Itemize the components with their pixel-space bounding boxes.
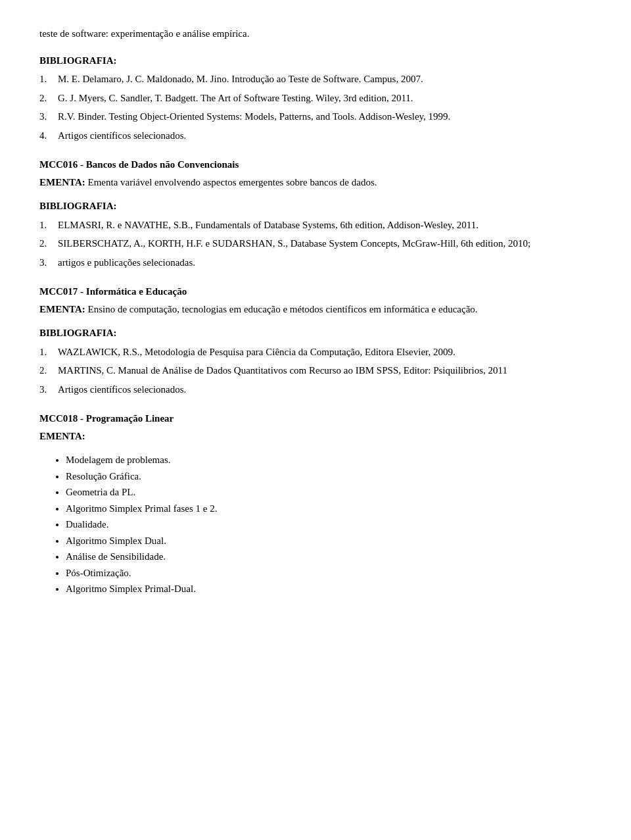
bib-number: 4.: [39, 128, 58, 143]
list-item: 3.Artigos científicos selecionados.: [39, 382, 592, 397]
mcc018-ementa: EMENTA:: [39, 429, 592, 444]
bib-content: Artigos científicos selecionados.: [58, 128, 592, 143]
list-item: 2.G. J. Myers, C. Sandler, T. Badgett. T…: [39, 91, 592, 106]
bib-number: 3.: [39, 382, 58, 397]
bib-number: 3.: [39, 109, 58, 124]
list-item: 4.Artigos científicos selecionados.: [39, 128, 592, 143]
mcc016-bib-list: 1.ELMASRI, R. e NAVATHE, S.B., Fundament…: [39, 218, 592, 270]
bib-content: ELMASRI, R. e NAVATHE, S.B., Fundamental…: [58, 218, 592, 233]
list-item: Algoritmo Simplex Primal fases 1 e 2.: [66, 501, 592, 516]
bib-number: 1.: [39, 218, 58, 233]
list-item: Dualidade.: [66, 517, 592, 532]
bib-number: 1.: [39, 72, 58, 87]
bib-content: SILBERSCHATZ, A., KORTH, H.F. e SUDARSHA…: [58, 236, 592, 251]
mcc017-heading: MCC017 - Informática e Educação: [39, 284, 592, 299]
mcc017-ementa: EMENTA: Ensino de computação, tecnologia…: [39, 302, 592, 317]
mcc017-bib-list: 1.WAZLAWICK, R.S., Metodologia de Pesqui…: [39, 345, 592, 397]
list-item: Algoritmo Simplex Dual.: [66, 533, 592, 549]
bib-content: G. J. Myers, C. Sandler, T. Badgett. The…: [58, 91, 592, 106]
list-item: Análise de Sensibilidade.: [66, 549, 592, 564]
bib-number: 2.: [39, 236, 58, 251]
list-item: 1.ELMASRI, R. e NAVATHE, S.B., Fundament…: [39, 218, 592, 233]
mcc016-bib-title: BIBLIOGRAFIA:: [39, 199, 592, 214]
software-testing-bib-list: 1.M. E. Delamaro, J. C. Maldonado, M. Ji…: [39, 72, 592, 143]
bib-content: Artigos científicos selecionados.: [58, 382, 592, 397]
bib-content: M. E. Delamaro, J. C. Maldonado, M. Jino…: [58, 72, 592, 87]
list-item: 2.SILBERSCHATZ, A., KORTH, H.F. e SUDARS…: [39, 236, 592, 251]
mcc016-heading: MCC016 - Bancos de Dados não Convenciona…: [39, 157, 592, 172]
bib-number: 2.: [39, 363, 58, 378]
mcc017-ementa-content: Ensino de computação, tecnologias em edu…: [87, 304, 477, 314]
list-item: Algoritmo Simplex Primal-Dual.: [66, 581, 592, 597]
mcc016-ementa-content: Ementa variável envolvendo aspectos emer…: [87, 177, 377, 187]
bib-content: WAZLAWICK, R.S., Metodologia de Pesquisa…: [58, 345, 592, 360]
mcc017-bib-title: BIBLIOGRAFIA:: [39, 326, 592, 341]
mcc016-ementa: EMENTA: Ementa variável envolvendo aspec…: [39, 175, 592, 190]
list-item: 3.R.V. Binder. Testing Object-Oriented S…: [39, 109, 592, 124]
bib-number: 1.: [39, 345, 58, 360]
mcc018-bullet-list: Modelagem de problemas.Resolução Gráfica…: [39, 453, 592, 597]
mcc016-ementa-label: EMENTA:: [39, 177, 85, 187]
bib-number: 2.: [39, 91, 58, 106]
list-item: Modelagem de problemas.: [66, 453, 592, 468]
list-item: 1.WAZLAWICK, R.S., Metodologia de Pesqui…: [39, 345, 592, 360]
list-item: 2.MARTINS, C. Manual de Análise de Dados…: [39, 363, 592, 378]
list-item: Geometria da PL.: [66, 485, 592, 500]
bib-content: MARTINS, C. Manual de Análise de Dados Q…: [58, 363, 592, 378]
bib-content: artigos e publicações selecionadas.: [58, 255, 592, 270]
bib-number: 3.: [39, 255, 58, 270]
mcc018-ementa-label: EMENTA:: [39, 431, 85, 441]
list-item: 1.M. E. Delamaro, J. C. Maldonado, M. Ji…: [39, 72, 592, 87]
intro-text: teste de software: experimentação e anál…: [39, 26, 592, 41]
software-testing-bib-title: BIBLIOGRAFIA:: [39, 53, 592, 68]
list-item: Pós-Otimização.: [66, 566, 592, 581]
mcc018-heading: MCC018 - Programação Linear: [39, 411, 592, 426]
list-item: Resolução Gráfica.: [66, 469, 592, 484]
mcc017-ementa-label: EMENTA:: [39, 304, 85, 314]
bib-content: R.V. Binder. Testing Object-Oriented Sys…: [58, 109, 592, 124]
list-item: 3.artigos e publicações selecionadas.: [39, 255, 592, 270]
